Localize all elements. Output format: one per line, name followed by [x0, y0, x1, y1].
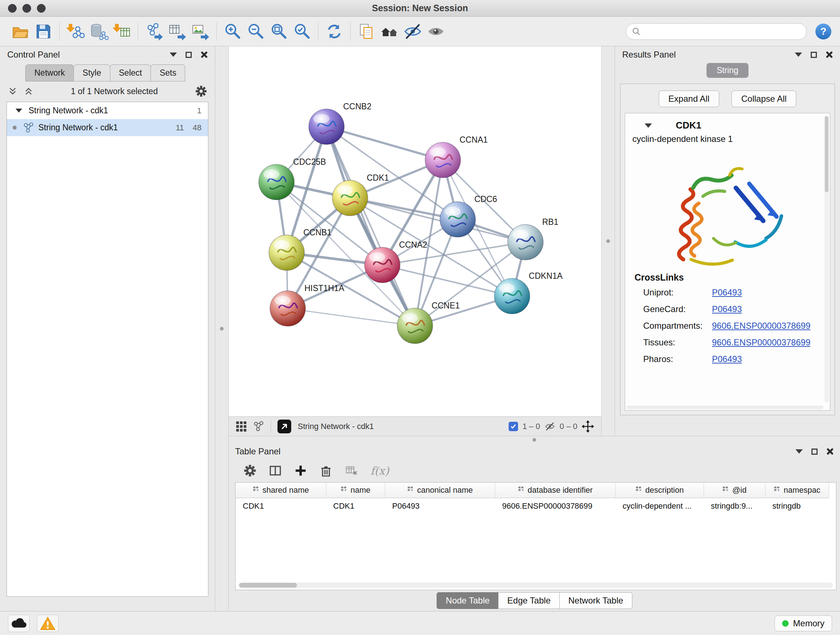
gear-icon[interactable]	[195, 86, 207, 97]
tab-node-table[interactable]: Node Table	[437, 592, 499, 609]
search-box[interactable]	[626, 23, 807, 40]
search-input[interactable]	[644, 27, 801, 36]
network-edge[interactable]	[287, 309, 415, 326]
panel-float-icon[interactable]	[795, 52, 802, 57]
column-header-canonical-name[interactable]: canonical name	[385, 483, 495, 498]
expand-all-button[interactable]: Expand All	[659, 90, 719, 107]
table-cell[interactable]: CDK1	[235, 498, 326, 515]
collapse-triangle-icon[interactable]	[16, 109, 22, 112]
warning-status-button[interactable]	[37, 615, 58, 632]
tab-network[interactable]: Network	[25, 65, 74, 81]
open-session-button[interactable]	[9, 19, 32, 43]
hidden-eye-slash-icon[interactable]	[545, 421, 555, 432]
tab-network-table[interactable]: Network Table	[559, 592, 632, 609]
import-network-database-button[interactable]	[87, 19, 111, 43]
import-table-button[interactable]	[111, 19, 134, 43]
export-table-button[interactable]	[166, 19, 189, 43]
table-cell[interactable]: stringdb	[765, 498, 829, 515]
table-cell[interactable]: 9606.ENSP00000378699	[495, 498, 615, 515]
help-button[interactable]: ?	[815, 24, 831, 40]
collapse-all-button[interactable]: Collapse All	[731, 90, 796, 107]
panel-maximize-icon[interactable]	[186, 52, 192, 58]
panel-maximize-icon[interactable]	[811, 52, 817, 58]
tab-string[interactable]: String	[706, 63, 748, 78]
left-splitter[interactable]	[215, 46, 229, 611]
tab-select[interactable]: Select	[110, 65, 151, 81]
show-all-button[interactable]	[424, 19, 447, 43]
copy-button[interactable]	[355, 19, 378, 43]
crosslink-link[interactable]: 9606.ENSP00000378699	[712, 321, 810, 331]
table-cell[interactable]: cyclin-dependent ...	[615, 498, 704, 515]
hide-selected-button[interactable]	[401, 19, 424, 43]
network-node-ccnb2[interactable]: CCNB2	[309, 102, 371, 144]
table-row[interactable]: CDK1CDK1P064939606.ENSP00000378699cyclin…	[235, 498, 829, 515]
minimize-window-button[interactable]	[22, 4, 31, 13]
tab-sets[interactable]: Sets	[150, 65, 185, 81]
network-node-cdk1[interactable]: CDK1	[332, 173, 389, 216]
network-canvas[interactable]: CCNB2CCNA1CDC25BCDK1CDC6RB1CCNB1CCNA2CDK…	[229, 46, 601, 416]
crosslink-link[interactable]: P06493	[712, 287, 742, 298]
network-row-selected[interactable]: String Network - cdk1 11 48	[7, 119, 208, 136]
export-image-button[interactable]	[189, 19, 212, 43]
tab-style[interactable]: Style	[73, 65, 110, 81]
column-header-shared-name[interactable]: shared name	[235, 483, 326, 498]
protein-header[interactable]: CDK1	[625, 113, 830, 134]
panel-close-icon[interactable]	[201, 51, 208, 58]
splitter-handle[interactable]	[606, 239, 610, 243]
network-node-cdkn1a[interactable]: CDKN1A	[494, 271, 562, 314]
collapse-section-icon[interactable]	[645, 124, 652, 128]
panel-float-icon[interactable]	[796, 449, 803, 454]
table-horizontal-scrollbar[interactable]	[238, 583, 833, 588]
expand-all-icon[interactable]	[24, 87, 33, 96]
network-collection-row[interactable]: String Network - cdk1 1	[7, 102, 208, 119]
zoom-selected-button[interactable]	[291, 19, 314, 43]
maximize-window-button[interactable]	[37, 4, 46, 13]
network-node-ccna1[interactable]: CCNA1	[425, 135, 488, 178]
crosslink-link[interactable]: P06493	[712, 354, 742, 364]
right-splitter[interactable]	[601, 46, 615, 436]
memory-button[interactable]: Memory	[775, 616, 832, 631]
import-network-file-button[interactable]	[64, 19, 87, 43]
horizontal-scrollbar[interactable]	[627, 405, 823, 409]
table-cell[interactable]: stringdb:9...	[704, 498, 765, 515]
panel-float-icon[interactable]	[170, 52, 177, 57]
table-cell[interactable]: CDK1	[326, 498, 385, 515]
column-header-namespac[interactable]: namespac	[765, 483, 829, 498]
column-header--id[interactable]: @id	[704, 483, 765, 498]
selected-checkbox[interactable]	[508, 422, 518, 431]
save-session-button[interactable]	[32, 19, 55, 43]
network-node-hist1h1a[interactable]: HIST1H1A	[270, 283, 344, 326]
vertical-scrollbar[interactable]	[824, 116, 829, 402]
column-header-database-identifier[interactable]: database identifier	[495, 483, 615, 498]
network-edge[interactable]	[327, 127, 415, 326]
tab-edge-table[interactable]: Edge Table	[498, 592, 560, 609]
column-header-description[interactable]: description	[615, 483, 704, 498]
scrollbar-thumb[interactable]	[239, 583, 297, 587]
export-network-button[interactable]	[142, 19, 166, 43]
zoom-out-button[interactable]	[244, 19, 267, 43]
close-window-button[interactable]	[8, 4, 17, 13]
collapse-all-icon[interactable]	[8, 87, 17, 96]
pan-crosshair-icon[interactable]	[582, 420, 594, 432]
scrollbar-thumb[interactable]	[825, 116, 829, 192]
bottom-splitter[interactable]	[229, 436, 840, 443]
network-node-rb1[interactable]: RB1	[508, 217, 558, 260]
cloud-status-button[interactable]	[8, 615, 30, 632]
panel-close-icon[interactable]	[826, 51, 833, 58]
add-column-icon[interactable]	[294, 464, 307, 477]
crosslink-link[interactable]: 9606.ENSP00000378699	[712, 337, 810, 348]
splitter-handle[interactable]	[532, 438, 536, 442]
panel-close-icon[interactable]	[826, 448, 834, 455]
column-header-name[interactable]: name	[326, 483, 385, 498]
network-graph[interactable]: CCNB2CCNA1CDC25BCDK1CDC6RB1CCNB1CCNA2CDK…	[229, 46, 601, 416]
table-cell[interactable]: P06493	[385, 498, 495, 515]
crosslink-link[interactable]: P06493	[712, 304, 742, 314]
show-columns-icon[interactable]	[269, 464, 281, 477]
network-view-icon[interactable]	[253, 421, 264, 432]
function-builder-icon[interactable]: f(x)	[370, 464, 389, 477]
panel-maximize-icon[interactable]	[812, 448, 818, 455]
splitter-handle[interactable]	[220, 327, 224, 331]
network-edge[interactable]	[327, 127, 443, 160]
refresh-view-button[interactable]	[323, 19, 346, 43]
delete-column-trash-icon[interactable]	[320, 464, 332, 477]
